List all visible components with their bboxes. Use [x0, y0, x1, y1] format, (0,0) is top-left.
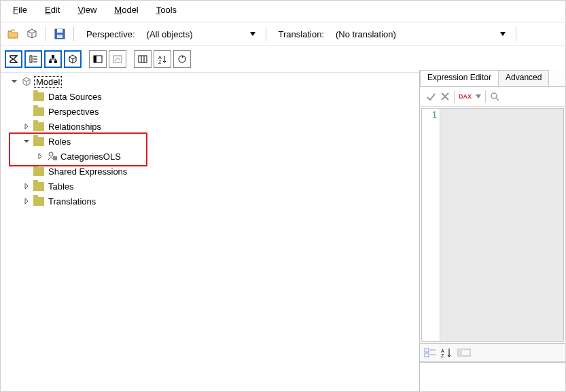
menu-model[interactable]: Model — [114, 5, 138, 15]
folder-icon — [33, 182, 44, 191]
svg-rect-11 — [94, 56, 96, 63]
tree-shared-expressions[interactable]: Shared Expressions — [6, 164, 414, 179]
search-icon[interactable] — [490, 92, 499, 101]
sort-az-icon[interactable]: AZ — [440, 347, 453, 358]
tree-data-sources[interactable]: Data Sources — [6, 89, 414, 104]
expression-textarea[interactable] — [440, 109, 563, 341]
tree-categories-ols[interactable]: CategoriesOLS — [6, 149, 414, 164]
svg-rect-1 — [57, 29, 63, 33]
svg-line-22 — [496, 98, 499, 101]
svg-text:A: A — [441, 349, 444, 353]
chevron-down-icon — [500, 32, 506, 36]
svg-rect-24 — [425, 353, 429, 357]
toolbar-main: Perspective: (All objects) Translation: … — [1, 22, 565, 46]
svg-text:Z: Z — [441, 353, 444, 358]
dax-formatter-icon[interactable]: DAX — [459, 94, 472, 100]
tree-item-label: CategoriesOLS — [60, 152, 121, 162]
translation-dropdown[interactable]: (No translation) — [331, 26, 510, 42]
translation-label: Translation: — [272, 29, 328, 39]
separator — [516, 26, 516, 41]
right-pane: Expression Editor Advanced DAX 1 AZ — [419, 70, 565, 391]
toolbar-view: AZ — [1, 46, 565, 73]
tree-root-label: Model — [35, 77, 61, 87]
hierarchy-icon[interactable] — [44, 50, 62, 68]
svg-rect-9 — [54, 60, 57, 63]
svg-rect-8 — [49, 60, 52, 63]
svg-rect-13 — [139, 56, 147, 63]
menubar: File Edit View Model Tools — [1, 1, 565, 22]
expression-editor[interactable]: 1 — [421, 108, 564, 342]
folder-icon — [33, 167, 44, 176]
separator — [46, 26, 46, 41]
tree-root[interactable]: Model — [6, 74, 414, 89]
tree-roles[interactable]: Roles — [6, 134, 414, 149]
tree-item-label: Translations — [48, 196, 96, 207]
menu-view[interactable]: View — [77, 5, 96, 15]
open-folder-icon[interactable] — [5, 26, 21, 42]
perspective-dropdown[interactable]: (All objects) — [142, 26, 260, 42]
separator — [266, 26, 266, 41]
svg-point-21 — [491, 93, 497, 99]
expand-icon[interactable] — [22, 122, 31, 130]
svg-rect-20 — [53, 156, 57, 160]
perspective-value: (All objects) — [147, 29, 193, 39]
right-tabs: Expression Editor Advanced — [420, 70, 565, 87]
tree-tables[interactable]: Tables — [6, 179, 414, 194]
folder-icon — [33, 122, 44, 131]
menu-tools[interactable]: Tools — [156, 5, 177, 15]
menu-edit[interactable]: Edit — [45, 5, 60, 15]
svg-rect-3 — [30, 56, 32, 63]
property-pages-icon[interactable] — [457, 347, 472, 358]
folder-icon — [33, 137, 44, 146]
expand-icon[interactable] — [22, 182, 31, 190]
property-toolbar: AZ — [420, 343, 565, 362]
svg-rect-30 — [458, 349, 462, 356]
svg-rect-2 — [57, 35, 63, 38]
cancel-icon[interactable] — [440, 92, 450, 101]
svg-rect-12 — [113, 56, 122, 63]
tree-item-label: Roles — [48, 137, 71, 147]
list-icon[interactable] — [24, 50, 42, 68]
svg-point-19 — [49, 152, 53, 156]
expand-icon[interactable] — [36, 152, 44, 160]
sort-az-icon[interactable]: AZ — [154, 50, 171, 68]
tree-translations[interactable]: Translations — [6, 194, 414, 209]
translation-value: (No translation) — [336, 29, 396, 39]
save-icon[interactable] — [52, 26, 68, 42]
svg-text:A: A — [158, 55, 162, 60]
chevron-down-icon[interactable] — [476, 94, 481, 99]
chevron-down-icon — [250, 32, 255, 36]
line-gutter: 1 — [422, 109, 440, 341]
panel-icon[interactable] — [89, 50, 107, 68]
folder-icon — [33, 92, 44, 101]
collapse-icon[interactable] — [10, 77, 18, 86]
svg-rect-7 — [52, 55, 54, 58]
columns-icon[interactable] — [134, 50, 152, 68]
categorized-icon[interactable] — [424, 347, 436, 358]
cube-view-icon[interactable] — [64, 50, 82, 68]
expression-toolbar: DAX — [420, 87, 565, 107]
collapse-icon[interactable] — [22, 137, 31, 145]
tree-item-label: Perspectives — [48, 107, 99, 117]
expand-icon[interactable] — [22, 197, 31, 205]
sigma-icon[interactable] — [5, 50, 22, 68]
property-grid[interactable] — [420, 362, 565, 391]
measure-icon[interactable] — [109, 50, 126, 68]
refresh-icon[interactable] — [173, 50, 191, 68]
folder-icon — [33, 197, 44, 206]
tab-advanced[interactable]: Advanced — [498, 70, 549, 86]
svg-rect-23 — [425, 349, 429, 352]
tree-item-label: Relationships — [48, 122, 101, 132]
model-tree[interactable]: Model Data Sources Perspectives Relation… — [1, 70, 419, 391]
perspective-label: Perspective: — [79, 29, 139, 39]
tree-item-label: Tables — [48, 181, 74, 192]
accept-icon[interactable] — [425, 91, 436, 102]
tree-perspectives[interactable]: Perspectives — [6, 104, 414, 119]
tree-relationships[interactable]: Relationships — [6, 119, 414, 134]
svg-text:Z: Z — [158, 60, 162, 65]
folder-icon — [33, 107, 44, 116]
cube-icon[interactable] — [24, 26, 40, 42]
tab-expression-editor[interactable]: Expression Editor — [420, 70, 499, 86]
role-icon — [47, 151, 58, 162]
menu-file[interactable]: File — [13, 5, 27, 15]
